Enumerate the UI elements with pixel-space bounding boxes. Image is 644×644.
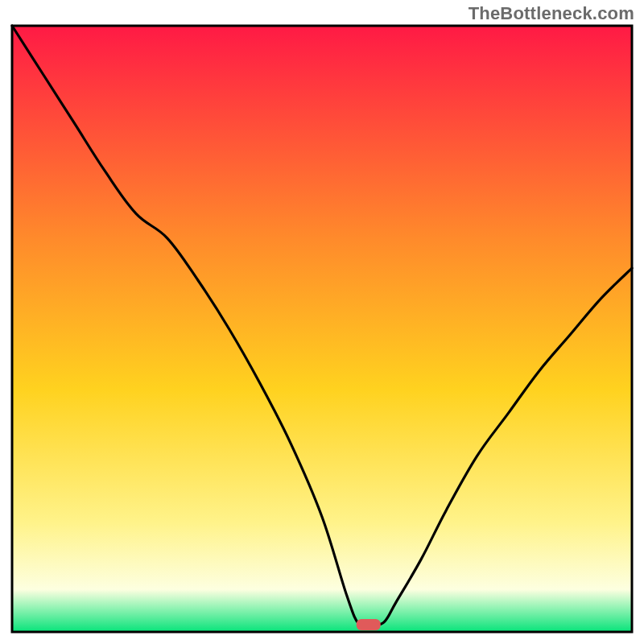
plot-background — [12, 26, 632, 632]
watermark-text: TheBottleneck.com — [469, 3, 634, 24]
chart-svg — [0, 0, 644, 644]
minimum-marker — [357, 619, 381, 630]
chart-stage: TheBottleneck.com — [0, 0, 644, 644]
